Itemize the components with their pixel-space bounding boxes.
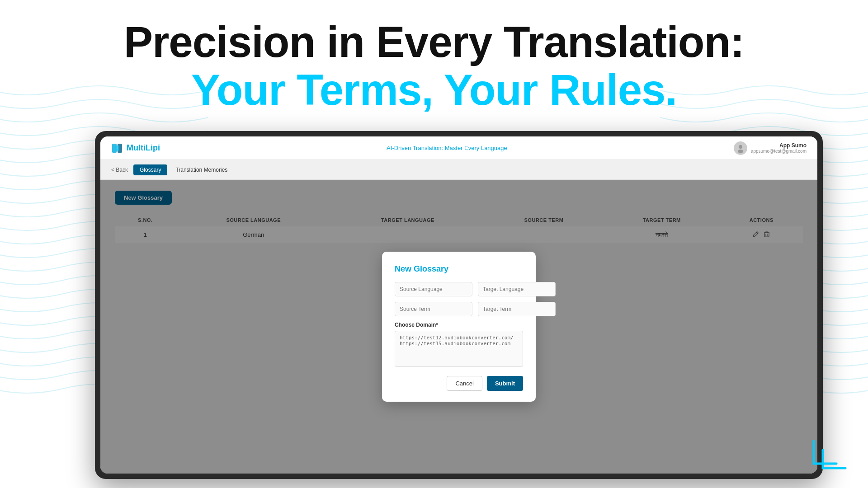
tab-glossary[interactable]: Glossary (133, 164, 167, 175)
user-name: App Sumo (751, 142, 807, 149)
app-header: MultiLipi AI-Driven Translation: Master … (100, 136, 817, 160)
tab-translation-memories[interactable]: Translation Memories (169, 164, 234, 175)
app-nav: < Back Glossary Translation Memories (100, 160, 817, 180)
nav-back-button[interactable]: < Back (108, 165, 132, 175)
hero-line1: Precision in Every Translation: (0, 18, 868, 66)
app-content: New Glossary S.NO. SOURCE LANGUAGE TARGE… (100, 180, 817, 474)
source-term-input[interactable] (395, 302, 472, 316)
logo-text: MultiLipi (127, 143, 160, 153)
logo-icon (111, 142, 124, 155)
svg-rect-2 (115, 145, 119, 151)
hero-section: Precision in Every Translation: Your Ter… (0, 0, 868, 113)
modal-overlay: New Glossary Choose Domain* https://test… (100, 180, 817, 474)
source-language-input[interactable] (395, 282, 472, 296)
target-language-input[interactable] (478, 282, 556, 296)
logo-area: MultiLipi (111, 142, 160, 155)
cancel-button[interactable]: Cancel (447, 376, 482, 391)
domain-label: Choose Domain* (395, 322, 523, 328)
header-tagline: AI-Driven Translation: Master Every Lang… (387, 145, 507, 151)
modal-actions: Cancel Submit (395, 376, 523, 391)
device-frame: MultiLipi AI-Driven Translation: Master … (95, 131, 823, 479)
domain-textarea[interactable]: https://test12.audiobookconverter.com/ h… (395, 331, 523, 367)
avatar (734, 141, 747, 155)
svg-point-4 (738, 150, 743, 153)
modal-language-row (395, 282, 523, 296)
new-glossary-modal: New Glossary Choose Domain* https://test… (382, 252, 536, 402)
device-screen: MultiLipi AI-Driven Translation: Master … (100, 136, 817, 474)
user-email: appsumo@test@gmail.com (751, 149, 807, 154)
corner-decoration (809, 436, 854, 474)
submit-button[interactable]: Submit (487, 376, 523, 391)
target-term-input[interactable] (478, 302, 556, 316)
modal-title: New Glossary (395, 264, 523, 274)
user-info: App Sumo appsumo@test@gmail.com (751, 142, 807, 154)
modal-term-row (395, 302, 523, 316)
header-user: App Sumo appsumo@test@gmail.com (734, 141, 807, 155)
hero-line2: Your Terms, Your Rules. (0, 66, 868, 114)
svg-point-3 (739, 145, 742, 149)
